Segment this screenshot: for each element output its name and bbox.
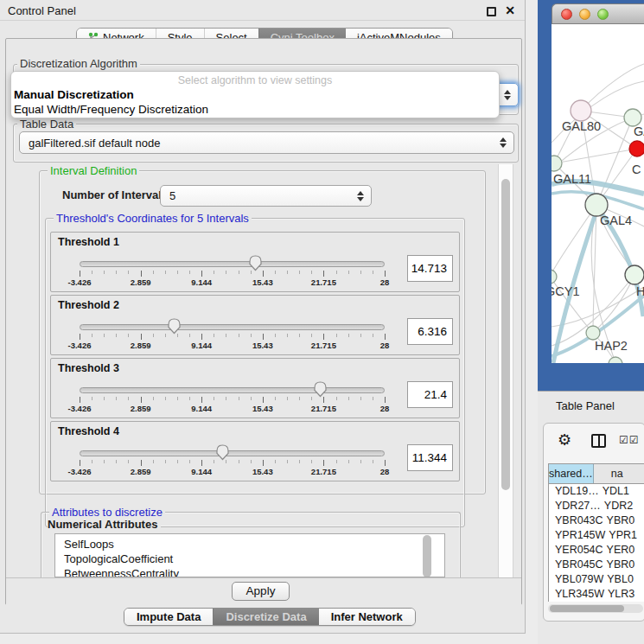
tab-infer-network[interactable]: Infer Network	[319, 609, 415, 625]
minimize-window-icon[interactable]	[579, 9, 590, 20]
slider-tick	[80, 334, 80, 340]
network-node-h[interactable]	[625, 265, 644, 284]
table-row[interactable]: YBR045CYBR0	[549, 558, 644, 572]
select-columns-icon[interactable]: ☑☑	[619, 434, 640, 446]
column-layout-icon[interactable]	[591, 434, 606, 448]
network-canvas[interactable]: GAL80GACGAL11GAL4GCY1HHAP2	[552, 24, 644, 363]
threshold-3-value-field[interactable]: 21.4	[407, 381, 453, 408]
slider-tick	[263, 271, 264, 277]
column-header-shared-name[interactable]: shared…	[549, 464, 594, 483]
cell-name[interactable]: YER0	[603, 543, 644, 558]
network-node-gcy1[interactable]	[552, 270, 557, 284]
cell-name[interactable]: YBR0	[603, 558, 644, 572]
cell-name[interactable]: YDR2	[601, 499, 644, 513]
cell-name[interactable]: YPR1	[605, 528, 644, 543]
table-row[interactable]: YER054CYER0	[549, 543, 644, 558]
slider-tick	[189, 334, 190, 337]
slider-tick	[201, 334, 202, 340]
table-row[interactable]: YDR27…YDR2	[549, 499, 644, 513]
slider-tick	[323, 460, 324, 466]
table-horizontal-scrollbar[interactable]	[548, 604, 643, 613]
network-node-gal80[interactable]	[571, 100, 591, 121]
attribute-list-item[interactable]: SelfLoops	[55, 537, 444, 552]
cell-name[interactable]: YBR0	[603, 513, 644, 528]
tab-impute-data[interactable]: Impute Data	[124, 609, 213, 625]
float-panel-icon[interactable]	[487, 7, 496, 16]
slider-tick	[348, 460, 349, 463]
attr-items: SelfLoopsTopologicalCoefficientBetweenne…	[55, 534, 444, 577]
cell-shared-name[interactable]: YBR043C	[549, 513, 603, 528]
column-header-name[interactable]: na	[594, 464, 644, 483]
node-attribute-table[interactable]: shared… na YDL19…YDL1YDR27…YDR2YBR043CYB…	[548, 463, 644, 602]
node-label-gal4: GAL4	[600, 214, 632, 227]
table-row[interactable]: YDL19…YDL1	[549, 484, 644, 499]
cell-shared-name[interactable]: YBL079W	[549, 572, 603, 587]
table-horizontal-scrollbar-thumb[interactable]	[550, 605, 624, 612]
network-node[interactable]	[609, 357, 622, 363]
table-data-value: galFiltered.sif default node	[29, 137, 160, 150]
cell-name[interactable]: YDL1	[599, 484, 644, 499]
zoom-window-icon[interactable]	[597, 9, 609, 20]
cell-shared-name[interactable]: YDL19…	[549, 484, 599, 499]
slider-tick	[104, 334, 105, 337]
cell-shared-name[interactable]: YLR345W	[549, 587, 604, 602]
slider-tick	[323, 397, 324, 403]
attribute-list-item[interactable]: BetweennessCentrality	[55, 566, 444, 577]
slider-tick-label: 9.144	[191, 467, 212, 476]
gear-icon[interactable]: ⚙	[558, 430, 571, 449]
network-node-ga[interactable]	[624, 109, 641, 126]
slider-tick	[323, 271, 324, 277]
attributes-scrollbar[interactable]	[422, 534, 432, 577]
settings-scrollbar-thumb[interactable]	[501, 179, 510, 490]
threshold-1-value-field[interactable]: 14.713	[407, 255, 453, 282]
slider-handle[interactable]	[215, 443, 230, 461]
num-intervals-combobox[interactable]: 5	[160, 185, 372, 207]
threshold-2-value-field[interactable]: 6.316	[407, 318, 453, 345]
slider-tick-label: 15.43	[252, 277, 273, 287]
table-row[interactable]: YPR145WYPR1	[549, 528, 644, 543]
close-window-icon[interactable]	[561, 9, 572, 20]
network-window-titlebar[interactable]	[552, 3, 644, 24]
close-panel-icon[interactable]: ✕	[505, 3, 515, 17]
network-node-c[interactable]	[629, 141, 644, 156]
dropdown-option-manual-discretization[interactable]: Manual Discretization	[14, 88, 134, 101]
numerical-attributes-label: Numerical Attributes	[48, 518, 161, 531]
table-row[interactable]: YBR043CYBR0	[549, 513, 644, 528]
cell-shared-name[interactable]: YER054C	[549, 543, 603, 558]
dropdown-option-equal-width-frequency[interactable]: Equal Width/Frequency Discretization	[14, 103, 208, 116]
slider-handle[interactable]	[313, 380, 328, 398]
slider-tick	[128, 334, 129, 337]
table-row[interactable]: YLR345WYLR3	[549, 587, 644, 602]
slider-tick	[385, 460, 386, 466]
cell-name[interactable]: YBL0	[603, 572, 644, 587]
slider-tick-label: 28	[380, 467, 390, 476]
slider-tick	[311, 460, 312, 463]
slider-tick	[336, 460, 337, 463]
cell-shared-name[interactable]: YBR045C	[549, 558, 603, 572]
cell-shared-name[interactable]: YDR27…	[549, 499, 601, 513]
network-node-hap2[interactable]	[586, 326, 600, 340]
network-node-gal11[interactable]	[552, 156, 562, 171]
table-panel-box: ⚙ ☑☑ shared… na YDL19…YDL1YDR27…YDR2YBR0…	[543, 423, 644, 622]
table-row[interactable]: YBL079WYBL0	[549, 572, 644, 587]
cell-shared-name[interactable]: YPR145W	[549, 528, 605, 543]
cell-name[interactable]: YLR3	[604, 587, 644, 602]
settings-scrollbar[interactable]	[498, 164, 513, 577]
table-panel-title: Table Panel	[556, 399, 615, 412]
threshold-4-value-field[interactable]: 11.344	[407, 444, 453, 471]
combo-stepper-icon	[500, 137, 507, 148]
attribute-list-item[interactable]: TopologicalCoefficient	[55, 552, 444, 566]
slider-handle[interactable]	[167, 317, 182, 335]
numerical-attributes-list[interactable]: SelfLoopsTopologicalCoefficientBetweenne…	[54, 533, 445, 577]
slider-tick	[128, 460, 129, 463]
tab-discretize-data[interactable]: Discretize Data	[213, 609, 318, 625]
slider-tick	[336, 334, 337, 337]
apply-button[interactable]: Apply	[232, 582, 290, 601]
slider-tick	[116, 334, 117, 337]
slider-handle[interactable]	[248, 254, 263, 271]
slider-tick	[104, 460, 105, 463]
attributes-scrollbar-thumb[interactable]	[423, 535, 431, 577]
slider-tick	[373, 397, 373, 400]
slider-tick	[177, 460, 178, 463]
table-data-combobox[interactable]: galFiltered.sif default node	[19, 131, 514, 154]
